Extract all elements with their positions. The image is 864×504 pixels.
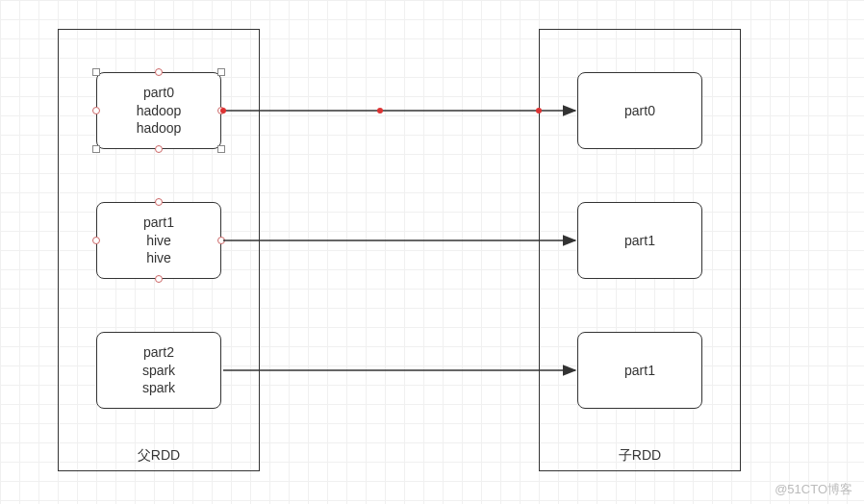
parent-part2-line1: spark bbox=[142, 362, 175, 380]
arrow-midpoint-icon[interactable] bbox=[377, 108, 383, 113]
selection-anchor-icon[interactable] bbox=[217, 237, 225, 244]
parent-part0-line1: hadoop bbox=[137, 102, 182, 120]
arrow-endpoint-icon[interactable] bbox=[536, 108, 542, 113]
parent-part1[interactable]: part1 hive hive bbox=[96, 202, 221, 279]
selection-anchor-icon[interactable] bbox=[92, 107, 100, 114]
child-part1-line0: part1 bbox=[624, 232, 655, 250]
parent-part2-line2: spark bbox=[142, 379, 175, 397]
selection-anchor-icon[interactable] bbox=[92, 237, 100, 244]
parent-part1-line0: part1 bbox=[143, 214, 174, 232]
selection-handle-icon[interactable] bbox=[217, 145, 225, 153]
parent-part2-line0: part2 bbox=[143, 343, 174, 362]
parent-rdd-label: 父RDD bbox=[59, 447, 259, 465]
watermark: @51CTO博客 bbox=[775, 481, 852, 498]
parent-part1-line1: hive bbox=[146, 232, 171, 250]
selection-anchor-icon[interactable] bbox=[155, 68, 163, 76]
selection-handle-icon[interactable] bbox=[217, 68, 225, 76]
child-part0-line0: part0 bbox=[624, 102, 655, 120]
child-part2[interactable]: part1 bbox=[577, 332, 702, 409]
selection-anchor-icon[interactable] bbox=[155, 198, 163, 206]
selection-anchor-icon[interactable] bbox=[155, 145, 163, 153]
child-part2-line0: part1 bbox=[624, 362, 655, 380]
parent-part2[interactable]: part2 spark spark bbox=[96, 332, 221, 409]
selection-handle-icon[interactable] bbox=[92, 68, 100, 76]
selection-handle-icon[interactable] bbox=[92, 145, 100, 153]
parent-part1-line2: hive bbox=[146, 249, 171, 267]
selection-anchor-icon[interactable] bbox=[155, 275, 163, 283]
parent-part0-line2: hadoop bbox=[137, 119, 182, 138]
parent-part0[interactable]: part0 hadoop hadoop bbox=[96, 72, 221, 149]
child-rdd-label: 子RDD bbox=[540, 447, 740, 465]
child-part0[interactable]: part0 bbox=[577, 72, 702, 149]
parent-part0-line0: part0 bbox=[143, 84, 174, 102]
child-part1[interactable]: part1 bbox=[577, 202, 702, 279]
arrow-endpoint-icon[interactable] bbox=[220, 108, 226, 113]
